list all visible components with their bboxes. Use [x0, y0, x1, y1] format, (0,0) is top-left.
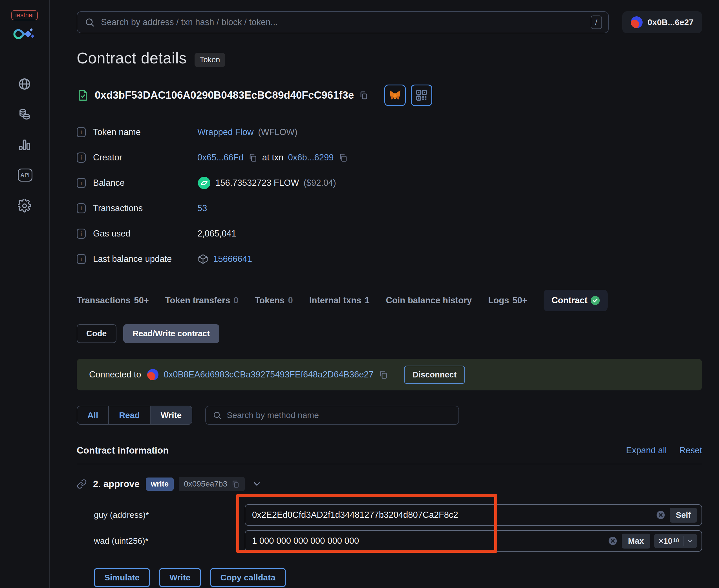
info-row-token-name: i Token name Wrapped Flow (WFLOW)	[77, 120, 702, 145]
self-button[interactable]: Self	[670, 508, 697, 523]
multiplier-exponent: 18	[673, 537, 679, 544]
add-to-metamask-button[interactable]	[384, 85, 406, 106]
write-button[interactable]: Write	[159, 568, 201, 587]
sidebar: testnet API	[0, 0, 49, 588]
copy-txn-icon[interactable]	[338, 153, 348, 162]
clear-input-icon[interactable]	[656, 510, 665, 520]
token-name-label: Token name	[93, 127, 198, 137]
metamask-fox-icon	[389, 89, 402, 102]
copy-calldata-button[interactable]: Copy calldata	[210, 568, 286, 587]
search-shortcut-hint: /	[591, 16, 602, 29]
coins-icon[interactable]	[18, 108, 31, 121]
disconnect-button[interactable]: Disconnect	[404, 365, 465, 384]
contract-info-grid: i Token name Wrapped Flow (WFLOW) i Crea…	[77, 120, 702, 272]
tab-logs[interactable]: Logs50+	[488, 295, 527, 306]
section-divider	[77, 464, 702, 464]
creation-txn-link[interactable]: 0x6b...6299	[288, 152, 334, 163]
info-icon: i	[77, 254, 86, 264]
network-badge: testnet	[11, 10, 38, 20]
info-icon: i	[77, 152, 86, 163]
tab-tokens[interactable]: Tokens0	[254, 295, 293, 306]
method-actions: Simulate Write Copy calldata	[77, 568, 702, 587]
token-name-link[interactable]: Wrapped Flow	[198, 127, 253, 137]
param-wad-input[interactable]	[252, 536, 604, 546]
contract-address[interactable]: 0xd3bF53DAC106A0290B0483EcBC89d40FcC961f…	[95, 89, 354, 101]
copy-creator-icon[interactable]	[248, 153, 258, 162]
info-icon: i	[77, 178, 86, 188]
connected-address[interactable]: 0x0B8EA6d6983cCBa39275493FEf648a2D64B36e…	[164, 370, 374, 380]
token-type-badge: Token	[194, 53, 225, 67]
app-logo-icon[interactable]	[13, 28, 36, 41]
param-guy-input[interactable]	[252, 510, 652, 520]
reset-link[interactable]: Reset	[679, 445, 702, 456]
global-search[interactable]: /	[77, 11, 609, 33]
filter-all[interactable]: All	[77, 406, 109, 424]
param-wad-input-box: Max ×1018	[245, 530, 702, 552]
read-write-subtab-button[interactable]: Read/Write contract	[123, 324, 219, 343]
balance-label: Balance	[93, 178, 198, 188]
method-search-input[interactable]	[227, 411, 452, 420]
sidebar-nav: API	[18, 77, 31, 212]
copy-connected-address-icon[interactable]	[379, 370, 388, 379]
filter-write[interactable]: Write	[150, 406, 192, 424]
creator-address-link[interactable]: 0x65...66Fd	[198, 152, 244, 163]
multiplier-dropdown[interactable]: ×1018	[654, 534, 697, 548]
code-subtab-button[interactable]: Code	[77, 324, 117, 343]
token-symbol: (WFLOW)	[258, 127, 297, 137]
copy-selector-icon[interactable]	[231, 480, 240, 488]
qr-code-button[interactable]	[411, 85, 432, 106]
copy-address-icon[interactable]	[359, 90, 369, 100]
simulate-button[interactable]: Simulate	[94, 568, 150, 587]
method-type-filter: All Read Write	[77, 406, 192, 425]
global-search-input[interactable]	[101, 17, 591, 27]
info-row-last-balance-update: i Last balance update 15666641	[77, 246, 702, 272]
qr-code-icon	[415, 89, 428, 102]
block-cube-icon	[198, 253, 209, 265]
app-window: testnet API	[0, 0, 719, 588]
chevron-down-icon	[686, 537, 694, 545]
heading-row: Contract details Token	[77, 49, 702, 67]
method-search[interactable]	[205, 406, 459, 425]
search-icon	[212, 411, 222, 420]
param-guy-label: guy (address)*	[94, 510, 245, 520]
clear-input-icon[interactable]	[608, 537, 617, 545]
info-icon: i	[77, 229, 86, 239]
contract-address-row: 0xd3bF53DAC106A0290B0483EcBC89d40FcC961f…	[77, 85, 702, 106]
info-row-transactions: i Transactions 53	[77, 196, 702, 221]
collapse-chevron-icon[interactable]	[252, 479, 262, 489]
block-number-link[interactable]: 15666641	[213, 254, 252, 264]
globe-icon[interactable]	[18, 77, 31, 91]
gear-icon[interactable]	[18, 199, 31, 212]
expand-all-link[interactable]: Expand all	[626, 445, 667, 456]
link-anchor-icon[interactable]	[77, 479, 87, 489]
at-txn-text: at txn	[262, 152, 284, 163]
max-button[interactable]: Max	[622, 533, 650, 548]
gas-used-label: Gas used	[93, 229, 198, 239]
tab-internal-txns[interactable]: Internal txns1	[309, 295, 370, 306]
balance-usd: ($92.04)	[303, 178, 336, 188]
transactions-label: Transactions	[93, 203, 198, 213]
api-icon[interactable]: API	[18, 169, 31, 182]
filter-read[interactable]: Read	[109, 406, 150, 424]
tab-coin-balance-history[interactable]: Coin balance history	[386, 295, 472, 306]
connected-banner: Connected to 0x0B8EA6d6983cCBa39275493FE…	[77, 359, 702, 391]
transactions-count-link[interactable]: 53	[198, 203, 207, 213]
tab-transactions[interactable]: Transactions50+	[77, 295, 149, 306]
account-avatar	[631, 16, 642, 28]
bar-chart-icon[interactable]	[18, 138, 31, 152]
address-actions	[384, 85, 432, 106]
account-address: 0x0B...6e27	[648, 18, 694, 27]
gas-used-value: 2,065,041	[198, 229, 236, 239]
tab-contract[interactable]: Contract	[543, 290, 608, 311]
tab-token-transfers[interactable]: Token transfers0	[165, 295, 239, 306]
topbar: / 0x0B...6e27	[77, 11, 702, 33]
info-icon: i	[77, 203, 86, 213]
write-method-badge: write	[146, 478, 174, 491]
param-row-guy: guy (address)* Self	[77, 504, 702, 526]
connected-avatar	[147, 369, 159, 380]
main-content: / 0x0B...6e27 Contract details Token 0xd…	[49, 0, 719, 588]
search-icon	[85, 17, 95, 27]
account-button[interactable]: 0x0B...6e27	[622, 11, 702, 33]
method-name: 2. approve	[93, 479, 140, 489]
method-approve-header[interactable]: 2. approve write 0x095ea7b3	[77, 477, 702, 491]
